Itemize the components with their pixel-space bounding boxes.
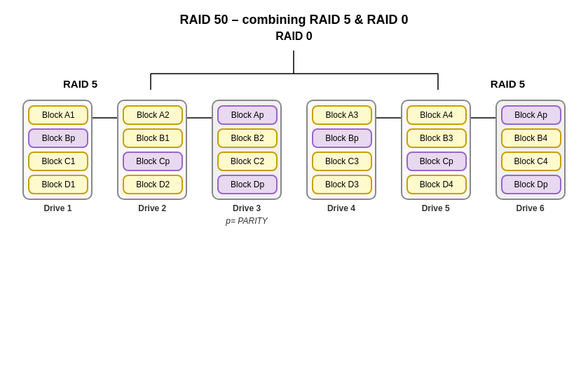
block-c1: Block C1: [28, 152, 88, 171]
left-raid5-label: RAID 5: [63, 78, 97, 90]
block-ap-6: Block Ap: [501, 105, 561, 125]
block-dp-6: Block Dp: [501, 175, 561, 194]
block-bp-1: Block Bp: [28, 128, 88, 148]
block-c4: Block C4: [501, 152, 561, 171]
block-a4: Block A4: [406, 105, 467, 125]
block-d3: Block D3: [312, 175, 372, 194]
block-b3: Block B3: [406, 128, 467, 148]
drive-label-4: Drive 4: [327, 203, 355, 213]
drive-box-1: Block A1 Block Bp Block C1 Block D1: [22, 100, 93, 200]
parity-note: p= PARITY: [226, 216, 267, 226]
drive-col-3: Block Ap Block B2 Block C2 Block Dp Driv…: [212, 100, 282, 226]
drive-col-1: Block A1 Block Bp Block C1 Block D1 Driv…: [22, 100, 93, 213]
drive-label-5: Drive 5: [422, 203, 450, 213]
drive-box-4: Block A3 Block Bp Block C3 Block D3: [306, 100, 376, 200]
drive-box-5: Block A4 Block B3 Block Cp Block D4: [401, 100, 471, 200]
drive-label-6: Drive 6: [517, 203, 545, 213]
drive-box-6: Block Ap Block B4 Block C4 Block Dp: [495, 100, 566, 200]
right-raid5-label: RAID 5: [491, 78, 525, 90]
block-c2: Block C2: [217, 152, 278, 171]
block-cp-5: Block Cp: [406, 152, 467, 171]
drive-box-3: Block Ap Block B2 Block C2 Block Dp: [212, 100, 282, 200]
page: RAID 50 – combining RAID 5 & RAID 0 RAID…: [0, 0, 588, 369]
block-d2: Block D2: [123, 175, 183, 194]
drive-label-2: Drive 2: [138, 203, 166, 213]
block-b2: Block B2: [217, 128, 278, 148]
drive-box-2: Block A2 Block B1 Block Cp Block D2: [117, 100, 187, 200]
raid0-label: RAID 0: [7, 30, 581, 43]
block-b4: Block B4: [501, 128, 561, 148]
block-d1: Block D1: [28, 175, 88, 194]
drive-col-5: Block A4 Block B3 Block Cp Block D4 Driv…: [401, 100, 471, 213]
drive-col-2: Block A2 Block B1 Block Cp Block D2 Driv…: [117, 100, 187, 213]
block-bp-4: Block Bp: [312, 128, 372, 148]
block-cp-2: Block Cp: [123, 152, 183, 171]
drive-col-6: Block Ap Block B4 Block C4 Block Dp Driv…: [495, 100, 566, 213]
block-a3: Block A3: [312, 105, 372, 125]
block-a1: Block A1: [28, 105, 88, 125]
block-dp-3: Block Dp: [217, 175, 278, 194]
main-title: RAID 50 – combining RAID 5 & RAID 0: [7, 13, 581, 27]
block-d4: Block D4: [406, 175, 467, 194]
drive-label-1: Drive 1: [43, 203, 71, 213]
block-a2: Block A2: [123, 105, 183, 125]
block-c3: Block C3: [312, 152, 372, 171]
block-ap-3: Block Ap: [217, 105, 278, 125]
drive-label-3: Drive 3: [233, 203, 261, 213]
block-b1: Block B1: [123, 128, 183, 148]
drive-col-4: Block A3 Block Bp Block C3 Block D3 Driv…: [306, 100, 376, 213]
